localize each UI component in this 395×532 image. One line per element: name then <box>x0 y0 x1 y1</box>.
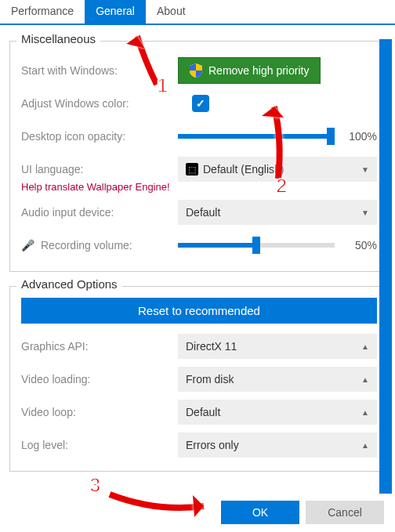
video-loop-label: Video loop: <box>21 406 178 418</box>
remove-high-priority-button[interactable]: Remove high priority <box>178 57 321 84</box>
start-with-windows-row: Start with Windows: Remove high priority <box>21 56 377 85</box>
log-level-label: Log level: <box>21 439 178 451</box>
tab-about[interactable]: About <box>146 0 197 24</box>
tab-general[interactable]: General <box>85 0 146 24</box>
chevron-up-icon: ▲ <box>361 408 369 417</box>
miscellaneous-title: Miscellaneous <box>16 32 100 45</box>
scrollbar-thumb[interactable] <box>379 39 392 494</box>
annotation-arrow-3 <box>102 483 227 522</box>
reset-to-recommended-button[interactable]: Reset to recommended <box>21 298 377 324</box>
ok-button[interactable]: OK <box>221 501 299 524</box>
log-level-row: Log level: Errors only ▲ <box>21 430 377 460</box>
video-loading-value: From disk <box>186 373 234 385</box>
log-level-dropdown[interactable]: Errors only ▲ <box>178 432 377 458</box>
ui-language-value: Default (English) <box>203 163 284 176</box>
tab-performance[interactable]: Performance <box>0 0 85 24</box>
recording-volume-label-wrap: 🎤 Recording volume: <box>21 239 178 252</box>
tabs-bar: Performance General About <box>0 0 395 25</box>
recording-volume-slider[interactable] <box>178 243 335 248</box>
adjust-windows-color-checkbox[interactable]: ✓ <box>192 95 209 112</box>
graphics-api-row: Graphics API: DirectX 11 ▲ <box>21 331 377 361</box>
chevron-down-icon: ▼ <box>361 165 369 174</box>
graphics-api-dropdown[interactable]: DirectX 11 ▲ <box>178 334 377 359</box>
log-level-value: Errors only <box>186 439 239 451</box>
adjust-windows-color-label: Adjust Windows color: <box>21 97 178 110</box>
help-translate-link[interactable]: Help translate Wallpaper Engine! <box>21 181 377 193</box>
chevron-down-icon: ▼ <box>361 208 369 217</box>
recording-volume-value: 50% <box>342 239 377 252</box>
language-icon: ⬚ <box>186 163 198 176</box>
video-loading-label: Video loading: <box>21 373 178 385</box>
audio-input-device-row: Audio input device: Default ▼ <box>21 197 377 227</box>
chevron-up-icon: ▲ <box>361 441 369 450</box>
video-loop-dropdown[interactable]: Default ▲ <box>178 400 377 425</box>
start-with-windows-label: Start with Windows: <box>21 64 178 77</box>
miscellaneous-group: Miscellaneous Start with Windows: Remove… <box>9 41 389 272</box>
chevron-up-icon: ▲ <box>361 342 369 351</box>
desktop-icon-opacity-slider[interactable] <box>178 134 335 139</box>
settings-scroll-area: Miscellaneous Start with Windows: Remove… <box>0 27 395 485</box>
ui-language-dropdown[interactable]: ⬚ Default (English) ▼ <box>178 157 377 182</box>
chevron-up-icon: ▲ <box>361 375 369 384</box>
recording-volume-label: Recording volume: <box>41 239 132 252</box>
adjust-windows-color-row: Adjust Windows color: ✓ <box>21 89 377 118</box>
ui-language-row: UI language: ⬚ Default (English) ▼ <box>21 154 377 184</box>
desktop-icon-opacity-row: Desktop icon opacity: 100% <box>21 121 377 151</box>
video-loop-row: Video loop: Default ▲ <box>21 397 377 427</box>
audio-input-device-label: Audio input device: <box>21 206 178 219</box>
audio-input-device-value: Default <box>186 206 220 219</box>
video-loading-dropdown[interactable]: From disk ▲ <box>178 367 377 392</box>
advanced-options-title: Advanced Options <box>16 277 122 291</box>
advanced-options-group: Advanced Options Reset to recommended Gr… <box>9 286 389 472</box>
video-loop-value: Default <box>186 406 220 418</box>
vertical-scrollbar[interactable] <box>379 39 392 485</box>
svg-marker-2 <box>193 495 204 517</box>
desktop-icon-opacity-label: Desktop icon opacity: <box>21 130 178 143</box>
ui-language-label: UI language: <box>21 163 178 176</box>
audio-input-device-dropdown[interactable]: Default ▼ <box>178 200 377 225</box>
recording-volume-row: 🎤 Recording volume: 50% <box>21 230 377 260</box>
graphics-api-label: Graphics API: <box>21 340 178 353</box>
shield-icon <box>190 63 202 78</box>
cancel-button[interactable]: Cancel <box>306 501 384 524</box>
desktop-icon-opacity-value: 100% <box>342 130 377 143</box>
dialog-footer: OK Cancel <box>221 501 384 524</box>
remove-high-priority-label: Remove high priority <box>208 64 309 77</box>
graphics-api-value: DirectX 11 <box>186 340 237 353</box>
microphone-icon: 🎤 <box>21 239 34 252</box>
video-loading-row: Video loading: From disk ▲ <box>21 364 377 394</box>
